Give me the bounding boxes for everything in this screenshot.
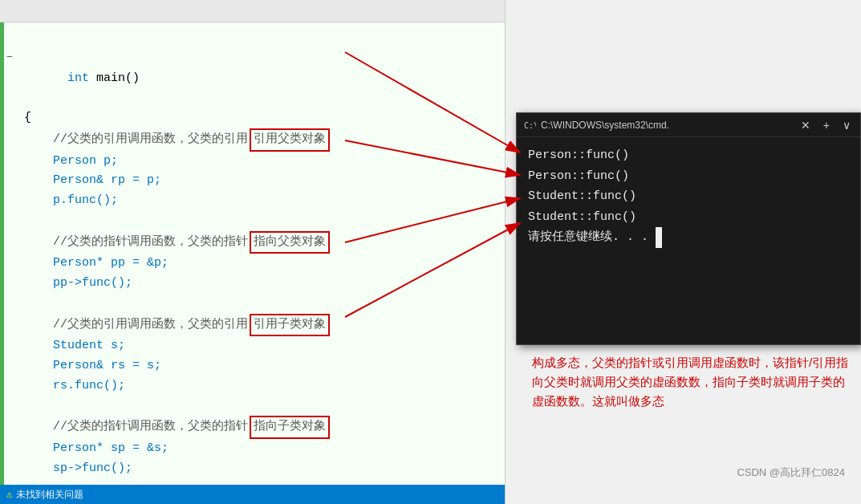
code-line-1: − int main() xyxy=(24,29,497,108)
cmd-output-line-1: Person::func() xyxy=(528,145,849,166)
cmd-output-line-2: Person::func() xyxy=(528,166,849,187)
code-line-comment2: //父类的指针调用函数，父类的指针指向父类对象 xyxy=(24,231,497,254)
code-line-blank3 xyxy=(24,396,497,417)
code-line-2: { xyxy=(24,108,497,128)
code-line-12: sp->func(); xyxy=(24,459,497,479)
code-line-8: Student s; xyxy=(24,336,497,356)
code-line-3: Person p; xyxy=(24,152,497,172)
cmd-title-text: C:\WINDOWS\system32\cmd. xyxy=(541,120,798,131)
code-line-10: rs.func(); xyxy=(24,376,497,396)
code-line-7: pp->func(); xyxy=(24,274,497,294)
cmd-output-line-3: Student::func() xyxy=(528,186,849,207)
watermark: CSDN @高比拜仁0824 xyxy=(737,465,845,480)
code-line-comment1: //父类的引用调用函数，父类的引用引用父类对象 xyxy=(24,128,497,152)
cmd-app-icon: C:\ xyxy=(523,120,536,131)
highlight-box-4: 指向子类对象 xyxy=(250,416,330,439)
highlight-box-1: 引用父类对象 xyxy=(250,128,330,152)
highlight-box-2: 指向父类对象 xyxy=(250,231,330,254)
cmd-output-line-4: Student::func() xyxy=(528,207,849,228)
main-func: main() xyxy=(89,71,140,85)
cmd-close-btn[interactable]: ✕ xyxy=(798,119,814,132)
cmd-output-line-5: 请按任意键继续. . . xyxy=(528,227,849,248)
editor-header xyxy=(0,0,505,22)
keyword-int: int xyxy=(67,71,89,85)
code-content: − int main() { //父类的引用调用函数，父类的引用引用父类对象 P… xyxy=(0,22,505,504)
code-line-11: Person* sp = &s; xyxy=(24,439,497,459)
cmd-window: C:\ C:\WINDOWS\system32\cmd. ✕ + ∨ Perso… xyxy=(516,112,861,345)
status-text: 未找到相关问题 xyxy=(16,488,83,502)
code-line-comment3: //父类的引用调用函数，父类的引用引用子类对象 xyxy=(24,314,497,337)
cmd-controls: ✕ + ∨ xyxy=(798,119,854,132)
code-line-blank2 xyxy=(24,294,497,314)
svg-text:C:\: C:\ xyxy=(524,121,536,130)
cmd-titlebar: C:\ C:\WINDOWS\system32\cmd. ✕ + ∨ xyxy=(517,113,860,137)
code-line-comment4: //父类的指针调用函数，父类的指针指向子类对象 xyxy=(24,416,497,439)
code-editor: − int main() { //父类的引用调用函数，父类的引用引用父类对象 P… xyxy=(0,0,506,504)
code-line-4: Person& rp = p; xyxy=(24,171,497,191)
cmd-add-btn[interactable]: + xyxy=(820,119,833,132)
code-line-5: p.func(); xyxy=(24,191,497,211)
cmd-output: Person::func() Person::func() Student::f… xyxy=(517,137,860,256)
cmd-chevron-btn[interactable]: ∨ xyxy=(839,119,854,132)
annotation-text: 构成多态，父类的指针或引用调用虚函数时，该指针/引用指向父类时就调用父类的虚函数… xyxy=(532,353,853,411)
watermark-text: CSDN @高比拜仁0824 xyxy=(737,466,845,478)
highlight-box-3: 引用子类对象 xyxy=(250,314,330,337)
code-line-blank1 xyxy=(24,211,497,231)
collapse-icon: − xyxy=(6,49,13,66)
warning-icon: ⚠ xyxy=(6,488,13,501)
code-line-6: Person* pp = &p; xyxy=(24,254,497,274)
code-line-9: Person& rs = s; xyxy=(24,356,497,376)
status-bar: ⚠ 未找到相关问题 xyxy=(0,485,506,504)
annotation-content: 构成多态，父类的指针或引用调用虚函数时，该指针/引用指向父类时就调用父类的虚函数… xyxy=(532,356,848,408)
